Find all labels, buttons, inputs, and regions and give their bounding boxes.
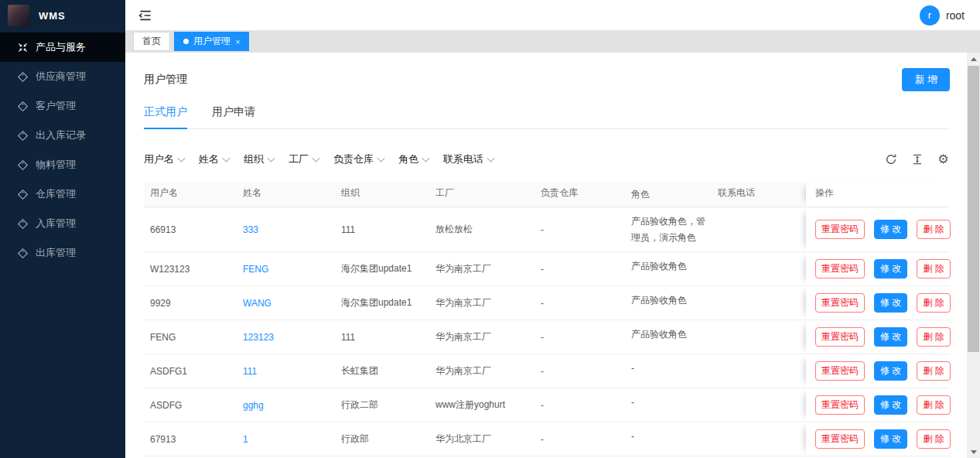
sidebar-item-3[interactable]: 出入库记录 <box>0 121 125 150</box>
sidebar-item-6[interactable]: 入库管理 <box>0 209 125 238</box>
edit-button[interactable]: 修 改 <box>874 327 907 347</box>
cell-name: WANG <box>237 286 335 320</box>
sidebar-item-1[interactable]: 供应商管理 <box>0 62 125 91</box>
cell-name: 111 <box>237 354 335 388</box>
user-avatar[interactable]: r <box>920 5 940 26</box>
filter-dropdown-5[interactable]: 角色 <box>398 152 429 166</box>
cell-username: W123123 <box>144 252 237 285</box>
user-name-link[interactable]: FENG <box>243 264 268 275</box>
cell-role: - <box>625 354 712 388</box>
delete-button[interactable]: 删 除 <box>917 395 950 415</box>
user-name-link[interactable]: 333 <box>243 224 258 235</box>
table-header-row: 用户名姓名组织工厂负责仓库角色联系电话操作 <box>144 182 950 207</box>
edit-button[interactable]: 修 改 <box>874 293 907 313</box>
cell-factory: 放松放松 <box>429 207 534 251</box>
topbar-user[interactable]: r root <box>920 5 965 26</box>
add-button[interactable]: 新 增 <box>902 68 950 91</box>
cell-actions: 重置密码修 改删 除 <box>806 286 950 320</box>
user-name-link[interactable]: 123123 <box>243 332 274 343</box>
cell-phone <box>712 354 806 388</box>
page-content: 用户管理 新 增 正式用户 用户申请 用户名姓名组织工厂负责仓库角色联系电话 <box>125 53 967 458</box>
sidebar-item-5[interactable]: 仓库管理 <box>0 179 125 209</box>
scroll-down-arrow-icon[interactable] <box>967 446 980 458</box>
reload-icon[interactable] <box>884 153 897 166</box>
reset-password-button[interactable]: 重置密码 <box>815 293 865 313</box>
reset-password-button[interactable]: 重置密码 <box>815 429 865 449</box>
nav-tab-label: 首页 <box>142 35 161 48</box>
column-header-4: 负责仓库 <box>534 182 625 207</box>
table-row: ASDFG1111长虹集团华为南京工厂--重置密码修 改删 除 <box>144 354 950 388</box>
scroll-up-arrow-icon[interactable] <box>967 53 980 65</box>
reset-password-button[interactable]: 重置密码 <box>815 395 865 415</box>
scrollbar-thumb[interactable] <box>968 66 979 352</box>
reset-password-button[interactable]: 重置密码 <box>815 327 865 347</box>
cell-actions: 重置密码修 改删 除 <box>806 354 950 388</box>
user-name-link[interactable]: 111 <box>243 366 257 377</box>
filter-dropdown-6[interactable]: 联系电话 <box>443 152 494 166</box>
menu-fold-icon[interactable] <box>138 8 153 23</box>
delete-button[interactable]: 删 除 <box>917 327 950 347</box>
close-icon[interactable]: × <box>235 37 240 46</box>
reset-password-button[interactable]: 重置密码 <box>815 259 865 279</box>
filter-dropdown-3[interactable]: 工厂 <box>289 152 319 166</box>
filter-label: 姓名 <box>199 152 219 166</box>
cell-phone <box>712 286 806 320</box>
edit-button[interactable]: 修 改 <box>874 361 907 381</box>
cell-name: 1 <box>237 422 335 456</box>
reset-password-button[interactable]: 重置密码 <box>815 220 865 239</box>
cell-org: 海尔集团update1 <box>335 286 429 320</box>
edit-button[interactable]: 修 改 <box>874 429 907 449</box>
column-header-5: 角色 <box>625 182 712 207</box>
tag-icon <box>17 71 29 83</box>
chevron-down-icon <box>422 154 429 162</box>
filter-label: 角色 <box>398 152 418 166</box>
cell-warehouse: - <box>534 320 625 354</box>
cell-name: FENG <box>237 252 335 285</box>
delete-button[interactable]: 删 除 <box>917 361 950 381</box>
table-row: 679131行政部华为北京工厂--重置密码修 改删 除 <box>144 422 950 456</box>
sidebar-item-0[interactable]: 产品与服务 <box>0 32 125 62</box>
settings-icon[interactable]: ⚙ <box>937 153 950 166</box>
edit-button[interactable]: 修 改 <box>874 395 907 415</box>
filter-dropdown-4[interactable]: 负责仓库 <box>333 152 384 166</box>
column-height-icon[interactable] <box>910 153 924 166</box>
filter-dropdown-2[interactable]: 组织 <box>244 152 275 166</box>
cell-role: 产品验收角色 <box>625 320 712 354</box>
delete-button[interactable]: 删 除 <box>917 293 950 313</box>
sidebar-item-label: 客户管理 <box>36 99 76 113</box>
chevron-down-icon <box>222 154 230 162</box>
sidebar-item-2[interactable]: 客户管理 <box>0 91 125 121</box>
user-name-link[interactable]: 1 <box>243 434 248 445</box>
delete-button[interactable]: 删 除 <box>917 259 950 279</box>
edit-button[interactable]: 修 改 <box>874 259 907 279</box>
cell-phone <box>712 207 806 251</box>
user-name-link[interactable]: WANG <box>243 298 271 309</box>
column-header-0: 用户名 <box>144 182 237 207</box>
cell-role: 产品验收角色 <box>625 286 712 320</box>
delete-button[interactable]: 删 除 <box>917 220 950 239</box>
cell-name: 123123 <box>237 320 335 354</box>
cell-role: 产品验收角色，管理员，演示角色 <box>625 207 712 251</box>
cell-actions: 重置密码修 改删 除 <box>806 207 950 251</box>
column-header-2: 组织 <box>335 182 429 207</box>
table-row: FENG123123111华为南京工厂-产品验收角色重置密码修 改删 除 <box>144 320 950 354</box>
cell-phone <box>712 320 806 354</box>
filter-dropdown-1[interactable]: 姓名 <box>199 152 230 166</box>
user-name-link[interactable]: gghg <box>243 400 264 411</box>
filter-dropdown-0[interactable]: 用户名 <box>144 152 185 166</box>
sidebar-item-7[interactable]: 出库管理 <box>0 238 125 268</box>
vertical-scrollbar[interactable] <box>967 53 980 458</box>
sidebar-item-4[interactable]: 物料管理 <box>0 150 125 179</box>
sidebar: WMS 产品与服务供应商管理客户管理出入库记录物料管理仓库管理入库管理出库管理 <box>0 0 125 458</box>
nav-tab-0[interactable]: 首页 <box>133 32 170 51</box>
reset-password-button[interactable]: 重置密码 <box>815 361 865 381</box>
delete-button[interactable]: 删 除 <box>917 429 950 449</box>
tab-formal-users[interactable]: 正式用户 <box>144 105 187 128</box>
edit-button[interactable]: 修 改 <box>874 220 907 239</box>
topbar: r root <box>125 0 980 30</box>
tab-user-applications[interactable]: 用户申请 <box>212 105 255 128</box>
nav-tab-1[interactable]: 用户管理× <box>174 32 249 51</box>
cell-warehouse: - <box>534 422 625 456</box>
table-body: 66913333111放松放松-产品验收角色，管理员，演示角色重置密码修 改删 … <box>144 207 950 458</box>
tag-icon <box>17 218 29 230</box>
